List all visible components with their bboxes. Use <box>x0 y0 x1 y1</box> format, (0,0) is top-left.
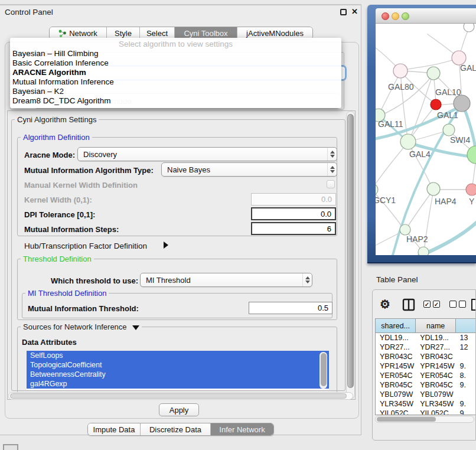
table-row[interactable]: YIL052CYIL052C9 <box>376 409 476 415</box>
network-edge <box>406 190 433 229</box>
column-header-shared[interactable]: shared... <box>376 319 416 333</box>
dpi-tolerance-value: 0.0 <box>321 210 331 219</box>
network-node-hap2[interactable] <box>400 224 410 235</box>
deselect-all-checkboxes-icon[interactable] <box>449 301 466 308</box>
table-row[interactable]: YER054CYER054C8. <box>376 371 476 380</box>
control-panel-title: Control Panel <box>5 8 53 17</box>
float-panel-icon[interactable] <box>340 9 347 15</box>
manual-kernel-checkbox[interactable] <box>327 180 335 188</box>
node-label: Y <box>469 197 475 206</box>
network-node-y[interactable] <box>466 184 476 195</box>
column-header[interactable] <box>456 319 476 333</box>
sources-title[interactable]: Sources for Network Inference <box>21 322 142 331</box>
network-node-hap4[interactable] <box>427 182 440 195</box>
column-header-name[interactable]: name <box>416 319 456 333</box>
horizontal-scrollbar[interactable] <box>8 392 353 400</box>
apply-button[interactable]: Apply <box>159 403 199 416</box>
table-row[interactable]: YDR27...YDR27...12 <box>376 343 476 352</box>
vertical-scrollbar[interactable] <box>346 111 355 399</box>
network-node-gcy1[interactable] <box>376 184 378 195</box>
data-attributes-list[interactable]: SelfLoopsTopologicalCoefficientBetweenne… <box>27 351 329 390</box>
triangle-right-icon[interactable] <box>164 242 168 249</box>
table-cell: YER054C <box>376 371 416 380</box>
network-node-swi4[interactable] <box>443 124 455 136</box>
table-row[interactable]: YBR043CYBR043C <box>376 352 476 361</box>
tab-style[interactable]: Style <box>106 27 139 39</box>
table-row[interactable]: YLR345WYLR345W9. <box>376 399 476 409</box>
node-label: GAL80 <box>388 82 414 92</box>
kernel-width-field[interactable]: 0.0 <box>251 193 336 206</box>
which-threshold-combo[interactable]: MI Threshold <box>140 273 312 287</box>
which-threshold-label: Which threshold to use: <box>51 276 138 285</box>
data-attribute-item[interactable]: TopologicalCoefficient <box>27 360 329 370</box>
aracne-mode-label: Aracne Mode: <box>24 151 75 159</box>
network-window-titlebar[interactable] <box>376 8 476 24</box>
mi-steps-field[interactable]: 6 <box>251 222 336 235</box>
table-cell: YPR145W <box>376 361 416 371</box>
dpi-tolerance-field[interactable]: 0.0 <box>251 207 336 220</box>
popup-item[interactable]: Bayesian – Hill Climbing <box>10 49 341 58</box>
sources-title-text: Sources for Network Inference <box>23 322 127 331</box>
table-cell <box>456 390 476 399</box>
network-node-gal4[interactable] <box>400 134 416 149</box>
kernel-width-value: 0.0 <box>321 195 332 204</box>
network-node[interactable] <box>418 247 429 255</box>
network-node[interactable] <box>467 146 476 164</box>
page-icon[interactable] <box>471 298 476 311</box>
aracne-mode-combo[interactable]: Discovery <box>77 147 337 161</box>
chevron-updown-icon <box>302 273 312 286</box>
triangle-down-icon <box>132 325 139 330</box>
columns-icon[interactable] <box>402 298 415 311</box>
table-cell: 9. <box>456 399 476 409</box>
tab-cyni-toolbox[interactable]: Cyni Toolbox <box>174 27 237 39</box>
table-cell: YBR045C <box>376 380 416 390</box>
settings-scroll-area[interactable]: Cyni Algorithm Settings Algorithm Defini… <box>7 110 356 400</box>
table-cell: YDR27... <box>376 343 416 352</box>
network-node-gal1[interactable] <box>431 99 441 110</box>
window-zoom-button[interactable] <box>402 12 409 20</box>
data-attribute-item[interactable]: BetweennessCentrality <box>27 370 329 379</box>
table-row[interactable]: YBR045CYBR045C9. <box>376 380 476 390</box>
hub-definition-label[interactable]: Hub/Transcription Factor Definition <box>24 242 147 250</box>
apply-button-label: Apply <box>169 406 189 415</box>
network-node-gal80[interactable] <box>393 64 407 78</box>
table-cell: YBR045C <box>416 380 455 390</box>
tab-discretize-data[interactable]: Discretize Data <box>140 423 210 435</box>
network-canvas[interactable]: GALGAL80GAL10GAL1GAL11GAL4SWI4GCY1HAP4YH… <box>376 24 476 255</box>
list-scrollbar[interactable] <box>319 352 327 389</box>
popup-item[interactable]: Bayesian – K2 <box>10 87 341 96</box>
mi-type-combo[interactable]: Naive Bayes <box>161 162 337 177</box>
data-attribute-item[interactable]: gal4RGexp <box>27 379 329 389</box>
select-all-checkboxes-icon[interactable]: ✓✓ <box>423 301 440 308</box>
table-horizontal-scrollbar[interactable] <box>375 416 474 423</box>
popup-item[interactable]: Basic Correlation Inference <box>10 58 341 68</box>
popup-item[interactable]: Dream8 DC_TDC Algorithm <box>10 96 341 106</box>
popup-item[interactable]: ARACNE Algorithm <box>10 68 341 77</box>
table-cell: YBL079W <box>376 390 416 399</box>
tab-select[interactable]: Select <box>139 27 174 39</box>
docked-panel-icon[interactable] <box>3 444 18 450</box>
table-row[interactable]: YDL19...YDL19...13 <box>376 333 476 343</box>
network-node[interactable] <box>464 24 474 32</box>
tab-jactivemnodules[interactable]: jActiveMNodules <box>237 27 312 39</box>
network-node-gal10[interactable] <box>427 67 440 80</box>
table-row[interactable]: YPR145WYPR145W9. <box>376 361 476 371</box>
tab-network[interactable]: Network <box>50 27 106 39</box>
table-cell: YBL079W <box>416 390 455 399</box>
chevron-updown-icon <box>327 163 337 176</box>
close-icon[interactable]: ✕ <box>351 7 358 16</box>
table-cell: 12 <box>456 343 476 352</box>
network-node[interactable] <box>454 95 470 112</box>
tab-impute-data[interactable]: Impute Data <box>88 423 140 435</box>
window-minimize-button[interactable] <box>392 12 399 20</box>
data-attribute-item[interactable]: SelfLoops <box>27 351 329 360</box>
table-row[interactable]: YBL079WYBL079W <box>376 390 476 399</box>
mi-type-label: Mutual Information Algorithm Type: <box>24 166 154 175</box>
popup-item[interactable]: Mutual Information Inference <box>10 77 341 87</box>
table-cell: 9. <box>456 361 476 371</box>
tab-infer-network[interactable]: Infer Network <box>210 423 273 435</box>
window-close-button[interactable] <box>382 12 389 20</box>
node-label: HAP4 <box>435 197 457 206</box>
mi-threshold-field[interactable]: 0.5 <box>249 302 332 314</box>
gear-icon[interactable]: ⚙ <box>380 296 390 312</box>
